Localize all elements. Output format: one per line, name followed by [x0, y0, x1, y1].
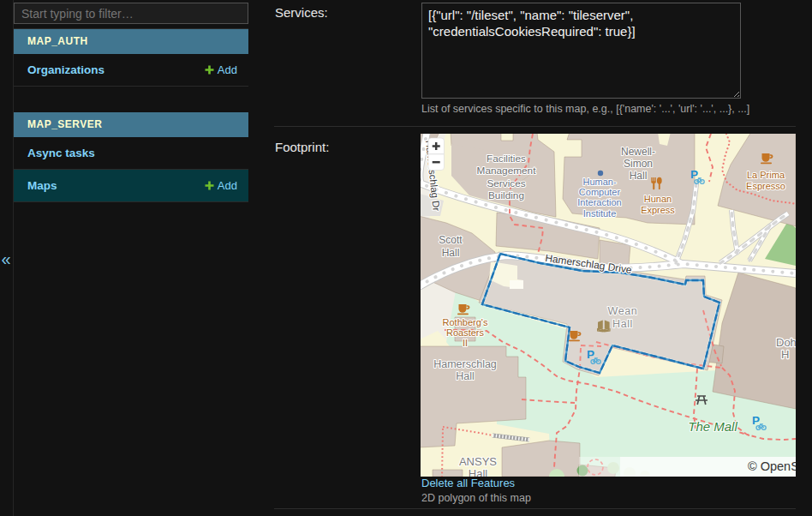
- svg-text:La PrimaEspresso: La PrimaEspresso: [746, 170, 785, 191]
- svg-text:Human-ComputerInteractionInsti: Human-ComputerInteractionInstitute: [577, 177, 621, 219]
- svg-text:© OpenStreetMap: © OpenStreetMap: [748, 459, 796, 473]
- svg-text:ScottHall: ScottHall: [439, 234, 463, 259]
- svg-text:The Mall: The Mall: [688, 419, 737, 434]
- svg-text:HunanExpress: HunanExpress: [641, 194, 675, 215]
